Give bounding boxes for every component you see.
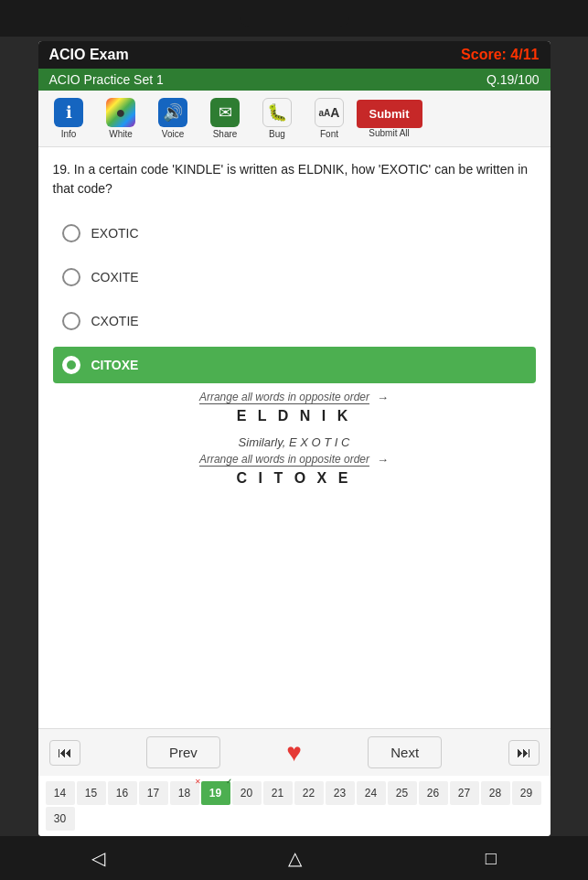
bottom-nav: ◁ △ □ — [0, 836, 588, 880]
recents-button[interactable]: □ — [467, 841, 515, 876]
exp-similarly: Similarly, E X O T I C — [239, 435, 350, 449]
share-button[interactable]: ✉ Share — [200, 94, 251, 143]
font-icon: aAA — [315, 98, 344, 127]
next-button[interactable]: Next — [368, 736, 442, 768]
radio-d-inner — [67, 360, 76, 370]
voice-label: Voice — [162, 129, 184, 139]
question-grid: 14 15 16 17 18 19 20 21 22 23 24 25 26 2… — [38, 776, 551, 836]
q-num-23[interactable]: 23 — [326, 781, 355, 805]
q-num-16[interactable]: 16 — [108, 781, 137, 805]
q-num-30[interactable]: 30 — [46, 807, 75, 831]
back-button[interactable]: ◁ — [73, 840, 123, 876]
option-d-label: CITOXE — [91, 358, 139, 372]
q-num-17[interactable]: 17 — [139, 781, 168, 805]
explanation-diagram: Arrange all words in opposite order → E … — [53, 391, 536, 487]
q-num-25[interactable]: 25 — [388, 781, 417, 805]
bug-button[interactable]: 🐛 Bug — [252, 94, 303, 143]
exp-arrange-label-1: Arrange all words in opposite order — [199, 391, 369, 404]
info-icon: ℹ — [54, 98, 83, 127]
next-label: Next — [390, 745, 419, 760]
submit-button[interactable]: Submit — [357, 100, 422, 128]
exp-eldnik: E L D N I K — [237, 408, 352, 424]
q-num-29[interactable]: 29 — [512, 781, 541, 805]
bug-label: Bug — [269, 129, 285, 139]
prev-button[interactable]: Prev — [146, 736, 220, 768]
score-display: Score: 4/11 — [461, 47, 539, 63]
exp-citoxe: C I T O X E — [237, 470, 352, 487]
q-num-26[interactable]: 26 — [419, 781, 448, 805]
submit-all-label: Submit All — [369, 128, 409, 138]
info-label: Info — [61, 129, 77, 139]
prev-label: Prev — [169, 745, 198, 760]
exp-arrow-1: → — [377, 391, 389, 404]
q-num-24[interactable]: 24 — [357, 781, 386, 805]
q-num-21[interactable]: 21 — [263, 781, 293, 805]
exp-line-3: Arrange all words in opposite order → — [199, 453, 389, 467]
font-label: Font — [320, 129, 338, 139]
option-a[interactable]: EXOTIC — [53, 215, 536, 252]
info-button[interactable]: ℹ Info — [44, 94, 94, 143]
exp-arrow-2: → — [377, 453, 389, 467]
skip-to-end-button[interactable]: ⏭ — [508, 740, 540, 766]
exp-line-1: Arrange all words in opposite order → — [199, 391, 389, 404]
font-button[interactable]: aAA Font — [305, 94, 355, 143]
radio-d — [62, 356, 80, 374]
option-b-label: COXITE — [91, 270, 139, 284]
practice-set-title: ACIO Practice Set 1 — [49, 72, 164, 87]
header-bar: ACIO Exam Score: 4/11 — [38, 41, 551, 69]
notch — [240, 10, 349, 27]
home-button[interactable]: △ — [270, 840, 320, 876]
q-num-18[interactable]: 18 — [170, 781, 199, 805]
option-a-label: EXOTIC — [91, 226, 139, 241]
radio-c — [62, 312, 80, 330]
status-bar — [0, 0, 588, 37]
question-text: 19. In a certain code 'KINDLE' is writte… — [53, 160, 536, 199]
nav-bar: ⏮ Prev ♥ Next ⏭ — [38, 728, 551, 776]
submit-all-wrapper: Submit Submit All — [357, 100, 422, 138]
q-num-15[interactable]: 15 — [77, 781, 106, 805]
share-label: Share — [213, 129, 238, 139]
white-button[interactable]: ● White — [96, 94, 146, 143]
app-title: ACIO Exam — [49, 47, 129, 63]
option-c[interactable]: CXOTIE — [53, 303, 536, 339]
voice-button[interactable]: 🔊 Voice — [148, 94, 198, 143]
question-progress: Q.19/100 — [486, 72, 540, 87]
toolbar: ℹ Info ● White 🔊 Voice ✉ Share 🐛 Bug aAA — [38, 91, 551, 147]
q-num-14[interactable]: 14 — [46, 781, 75, 805]
white-icon: ● — [106, 98, 135, 127]
exp-underline-1: Arrange all words in opposite order — [199, 391, 369, 404]
bug-icon: 🐛 — [262, 98, 292, 127]
option-d[interactable]: CITOXE — [53, 347, 536, 383]
share-icon: ✉ — [210, 98, 240, 127]
content-area: 19. In a certain code 'KINDLE' is writte… — [38, 147, 551, 728]
exp-citoxe-result: C I T O X E — [237, 470, 352, 487]
q-num-22[interactable]: 22 — [294, 781, 324, 805]
radio-a — [62, 224, 80, 242]
q-num-19[interactable]: 19 — [201, 781, 230, 805]
q-num-20[interactable]: 20 — [232, 781, 262, 805]
question-body: In a certain code 'KINDLE' is written as… — [53, 162, 529, 196]
q-num-28[interactable]: 28 — [481, 781, 510, 805]
skip-to-start-button[interactable]: ⏮ — [49, 740, 80, 766]
radio-b — [62, 268, 80, 286]
white-label: White — [109, 129, 133, 139]
exp-underline-2: Arrange all words in opposite order — [199, 453, 369, 467]
sub-header: ACIO Practice Set 1 Q.19/100 — [38, 69, 551, 91]
option-b[interactable]: COXITE — [53, 259, 536, 295]
exp-line-2: Similarly, E X O T I C — [239, 435, 350, 449]
exp-kindle-result: E L D N I K — [237, 408, 352, 424]
exp-arrange-label-2: Arrange all words in opposite order — [199, 453, 369, 467]
option-c-label: CXOTIE — [91, 314, 139, 328]
voice-icon: 🔊 — [158, 98, 187, 127]
question-number: 19. — [53, 162, 70, 177]
favorite-button[interactable]: ♥ — [286, 738, 302, 767]
app-container: ACIO Exam Score: 4/11 ACIO Practice Set … — [38, 41, 551, 836]
q-num-27[interactable]: 27 — [450, 781, 479, 805]
